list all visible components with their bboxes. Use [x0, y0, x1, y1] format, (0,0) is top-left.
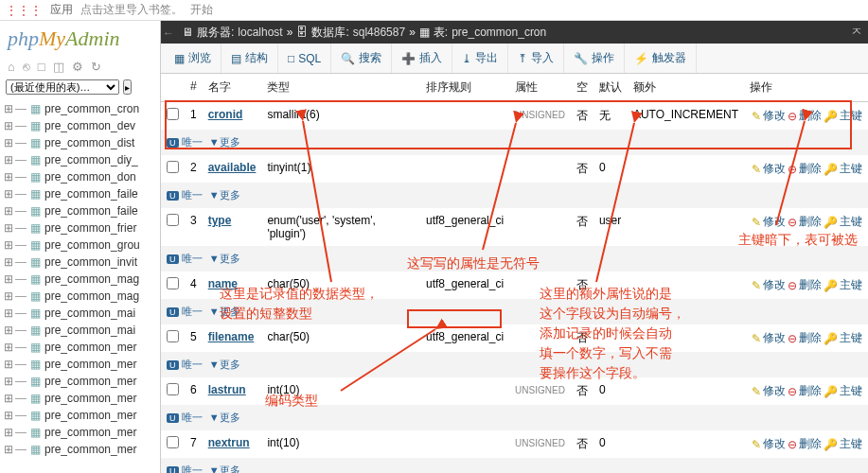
tree-item[interactable]: ⊞—▦pre_common_mer: [2, 356, 158, 373]
bc-table[interactable]: pre_common_cron: [452, 26, 546, 39]
column-name[interactable]: available: [208, 161, 257, 174]
tree-item[interactable]: ⊞—▦pre_common_faile: [2, 185, 158, 202]
row-more: U 唯一 ▼更多: [161, 352, 868, 377]
row-checkbox[interactable]: [167, 108, 179, 120]
tree-item[interactable]: ⊞—▦pre_common_mai: [2, 305, 158, 322]
home-icon[interactable]: ⌂: [8, 60, 15, 74]
row-more: U 唯一 ▼更多: [161, 458, 868, 473]
tree-item[interactable]: ⊞—▦pre_common_mer: [2, 373, 158, 390]
collapse-icon[interactable]: ←: [163, 26, 174, 40]
delete-link[interactable]: ⊖删除: [788, 330, 822, 346]
tab-导入[interactable]: ⤒导入: [508, 44, 564, 73]
primary-key-link[interactable]: 🔑主键: [824, 277, 862, 293]
bc-server[interactable]: localhost: [238, 26, 282, 39]
db-tree: ⊞—▦pre_common_cron⊞—▦pre_common_dev⊞—▦pr…: [0, 100, 160, 458]
tree-item[interactable]: ⊞—▦pre_common_mag: [2, 288, 158, 305]
table-row: 1cronidsmallint(6)UNSIGNED否无AUTO_INCREME…: [161, 102, 868, 131]
tree-item[interactable]: ⊞—▦pre_common_invit: [2, 254, 158, 271]
settings-icon[interactable]: ⚙: [72, 60, 83, 74]
tree-item[interactable]: ⊞—▦pre_common_mer: [2, 441, 158, 458]
row-more: U 唯一 ▼更多: [161, 405, 868, 430]
primary-key-link[interactable]: 🔑主键: [824, 108, 862, 124]
more-dropdown[interactable]: ▼更多: [209, 253, 240, 264]
sql-icon[interactable]: □: [38, 60, 45, 74]
more-dropdown[interactable]: ▼更多: [209, 464, 240, 473]
more-dropdown[interactable]: ▼更多: [209, 412, 240, 423]
more-dropdown[interactable]: ▼更多: [209, 189, 240, 201]
tab-导出[interactable]: ⤓导出: [452, 44, 508, 73]
tab-触发器[interactable]: ⚡触发器: [625, 44, 697, 73]
column-name[interactable]: nextrun: [208, 436, 250, 449]
tree-item[interactable]: ⊞—▦pre_common_dev: [2, 117, 158, 134]
row-checkbox[interactable]: [167, 277, 179, 289]
column-name[interactable]: lastrun: [208, 383, 246, 396]
tree-item[interactable]: ⊞—▦pre_common_mer: [2, 407, 158, 424]
reload-icon[interactable]: ↻: [91, 60, 101, 74]
delete-link[interactable]: ⊖删除: [788, 108, 822, 124]
primary-key-link[interactable]: 🔑主键: [824, 383, 862, 399]
primary-key-link[interactable]: 🔑主键: [824, 214, 862, 230]
delete-link[interactable]: ⊖删除: [788, 214, 822, 230]
delete-link[interactable]: ⊖删除: [788, 161, 822, 177]
tree-item[interactable]: ⊞—▦pre_common_mer: [2, 424, 158, 441]
logout-icon[interactable]: ⎋: [23, 60, 30, 74]
tab-操作[interactable]: 🔧操作: [564, 44, 625, 73]
tab-插入[interactable]: ➕插入: [392, 44, 452, 73]
tree-item[interactable]: ⊞—▦pre_common_diy_: [2, 151, 158, 168]
import-hint[interactable]: 点击这里导入书签。: [80, 2, 183, 18]
row-checkbox[interactable]: [167, 383, 179, 395]
tree-item[interactable]: ⊞—▦pre_common_mer: [2, 390, 158, 407]
primary-key-link[interactable]: 🔑主键: [824, 161, 862, 177]
row-checkbox[interactable]: [167, 436, 179, 448]
tree-item[interactable]: ⊞—▦pre_common_cron: [2, 100, 158, 117]
delete-link[interactable]: ⊖删除: [788, 277, 822, 293]
apps-label[interactable]: 应用: [50, 2, 73, 18]
delete-link[interactable]: ⊖删除: [788, 436, 822, 452]
primary-key-link[interactable]: 🔑主键: [824, 436, 862, 452]
row-checkbox[interactable]: [167, 330, 179, 342]
delete-link[interactable]: ⊖删除: [788, 383, 822, 399]
tree-item[interactable]: ⊞—▦pre_common_dist: [2, 134, 158, 151]
column-name[interactable]: filename: [208, 330, 255, 343]
edit-link[interactable]: ✎修改: [752, 161, 786, 177]
edit-link[interactable]: ✎修改: [752, 277, 786, 293]
table-row: 4namechar(50)utf8_general_ci否✎修改⊖删除🔑主键: [161, 272, 868, 299]
column-name[interactable]: name: [208, 277, 238, 290]
table-head: # 名字 类型 排序规则 属性 空 默认 额外 操作: [161, 74, 868, 102]
edit-link[interactable]: ✎修改: [752, 108, 786, 124]
tree-item[interactable]: ⊞—▦pre_common_mag: [2, 271, 158, 288]
row-checkbox[interactable]: [167, 214, 179, 226]
breadcrumb: ← 🖥 服务器: localhost »🗄 数据库: sql486587 »▦ …: [161, 21, 868, 44]
tree-item[interactable]: ⊞—▦pre_common_faile: [2, 202, 158, 219]
tree-item[interactable]: ⊞—▦pre_common_mer: [2, 339, 158, 356]
column-name[interactable]: cronid: [208, 108, 243, 121]
row-checkbox[interactable]: [167, 161, 179, 173]
recent-tables-select[interactable]: (最近使用的表)…: [6, 79, 119, 95]
tab-结构[interactable]: ▤结构: [221, 44, 278, 73]
docs-icon[interactable]: ◫: [53, 60, 64, 74]
tree-item[interactable]: ⊞—▦pre_common_grou: [2, 236, 158, 254]
edit-link[interactable]: ✎修改: [752, 383, 786, 399]
table-row: 7nextrunint(10)UNSIGNED否0✎修改⊖删除🔑主键: [161, 430, 868, 458]
tree-item[interactable]: ⊞—▦pre_common_mai: [2, 322, 158, 339]
more-dropdown[interactable]: ▼更多: [209, 306, 240, 317]
recent-go[interactable]: ▸: [123, 79, 132, 95]
tree-item[interactable]: ⊞—▦pre_common_frier: [2, 219, 158, 236]
more-dropdown[interactable]: ▼更多: [209, 359, 240, 370]
logo: phpMyAdmin: [0, 25, 160, 57]
column-name[interactable]: type: [208, 214, 232, 227]
bc-db[interactable]: sql486587: [353, 26, 405, 39]
edit-link[interactable]: ✎修改: [752, 214, 786, 230]
table-row: 6lastrunint(10)UNSIGNED否0✎修改⊖删除🔑主键: [161, 377, 868, 405]
start-link[interactable]: 开始: [190, 2, 213, 18]
edit-link[interactable]: ✎修改: [752, 330, 786, 346]
row-more: U 唯一 ▼更多: [161, 130, 868, 155]
tab-SQL[interactable]: □SQL: [278, 44, 331, 73]
more-dropdown[interactable]: ▼更多: [209, 136, 240, 148]
tree-item[interactable]: ⊞—▦pre_common_don: [2, 168, 158, 185]
tab-搜索[interactable]: 🔍搜索: [331, 44, 392, 73]
primary-key-link[interactable]: 🔑主键: [824, 330, 862, 346]
edit-link[interactable]: ✎修改: [752, 436, 786, 452]
close-icon[interactable]: ㅈ: [851, 24, 862, 40]
tab-浏览[interactable]: ▦浏览: [165, 44, 221, 73]
